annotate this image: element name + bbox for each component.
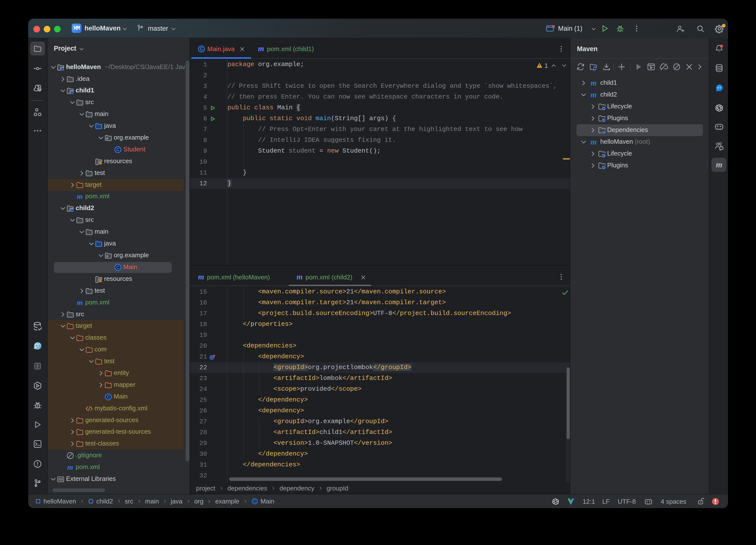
svg-text:C: C (200, 46, 203, 51)
svg-text:m: m (258, 44, 264, 53)
svg-text:m: m (67, 463, 73, 471)
svg-text:m: m (591, 138, 597, 146)
svg-text:m: m (591, 79, 597, 87)
svg-text:m: m (297, 273, 303, 281)
svg-text:C: C (253, 499, 256, 503)
svg-text:m: m (77, 299, 83, 307)
svg-text:C: C (107, 394, 110, 399)
svg-text:C: C (116, 265, 120, 270)
svg-text:m: m (716, 160, 722, 169)
svg-text:C: C (116, 147, 120, 152)
svg-text:?: ? (39, 87, 40, 91)
svg-text:m: m (198, 273, 204, 281)
svg-text:m: m (77, 193, 83, 200)
svg-text:m: m (591, 91, 597, 99)
